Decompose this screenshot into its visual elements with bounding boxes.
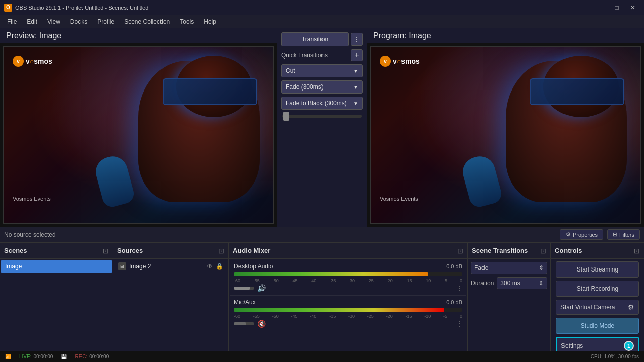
source-item-icon: ⊞ (118, 262, 126, 270)
mic-meter-fill (234, 308, 444, 312)
desktop-audio-header: Desktop Audio 0.0 dB (234, 263, 462, 270)
preview-watermark-left: Vosmos Events (13, 196, 51, 203)
status-network: 📶 (5, 354, 11, 359)
scenes-panel-header: Scenes ⊡ (0, 243, 113, 259)
settings-label: Settings (561, 342, 583, 349)
desktop-volume-knob[interactable] (234, 287, 254, 290)
transition-button[interactable]: Transition (281, 32, 349, 46)
virtual-camera-gear-icon[interactable]: ⚙ (628, 303, 634, 311)
fade-select-label: Fade (474, 264, 488, 272)
transition-kebab-button[interactable]: ⋮ (351, 33, 363, 46)
start-recording-button[interactable]: Start Recording (556, 281, 639, 297)
close-button[interactable]: ✕ (626, 3, 640, 13)
preview-panel-right: Program: Image v v○smos Vosmos Events (367, 28, 644, 227)
mic-aux-header: Mic/Aux 0.0 dB (234, 299, 462, 306)
duration-label: Duration (471, 280, 494, 287)
menu-scene-collection[interactable]: Scene Collection (119, 17, 175, 26)
start-virtual-camera-button[interactable]: Start Virtual Camera ⚙ (556, 300, 639, 315)
desktop-meter-fill (234, 272, 428, 276)
fade-black-dropdown[interactable]: Fade to Black (300ms) ▼ (281, 97, 363, 110)
source-item-image2[interactable]: ⊞ Image 2 👁 🔒 (114, 260, 227, 273)
settings-button[interactable]: Settings 1 (556, 337, 639, 351)
transition-slider-thumb[interactable] (283, 112, 289, 121)
menu-file[interactable]: File (2, 17, 22, 26)
menu-profile[interactable]: Profile (92, 17, 119, 26)
controls-panel-content: Start Streaming Start Recording Start Vi… (551, 259, 644, 351)
gear-icon: ⚙ (566, 231, 571, 238)
menubar: File Edit View Docks Profile Scene Colle… (0, 15, 644, 28)
sources-panel-content: ⊞ Image 2 👁 🔒 (113, 259, 228, 351)
controls-expand-icon[interactable]: ⊡ (634, 247, 640, 255)
desktop-audio-meter (234, 272, 462, 276)
scene-transitions-title: Scene Transitions (472, 247, 528, 254)
mic-mute-icon[interactable]: 🔇 (257, 320, 266, 328)
rec-time: 00:00:00 (89, 354, 109, 359)
scenes-expand-icon[interactable]: ⊡ (103, 247, 109, 255)
sources-panel: Sources ⊡ ⊞ Image 2 👁 🔒 + 🗑 ⚙ ↑ (113, 243, 229, 351)
network-icon: 📶 (5, 354, 11, 359)
audio-panel-content: Desktop Audio 0.0 dB -60-55-50-45-40-35-… (229, 259, 467, 351)
duration-input[interactable]: 300 ms ⇕ (497, 277, 547, 289)
menu-view[interactable]: View (42, 17, 65, 26)
source-eye-icon[interactable]: 👁 (207, 263, 213, 270)
menu-edit[interactable]: Edit (22, 17, 42, 26)
desktop-audio-controls: 🔊 ⋮ (234, 284, 462, 292)
scene-item-image[interactable]: Image (1, 260, 112, 273)
scene-transitions-header: Scene Transitions ⊡ (468, 243, 550, 259)
preview-label-left: Preview: Image (0, 28, 277, 43)
desktop-audio-channel: Desktop Audio 0.0 dB -60-55-50-45-40-35-… (230, 260, 466, 296)
preview-watermark-right: Vosmos Events (380, 196, 418, 203)
cut-dropdown[interactable]: Cut ▼ (281, 64, 363, 77)
mic-volume-knob[interactable] (234, 322, 254, 325)
titlebar: O OBS Studio 29.1.1 - Profile: Untitled … (0, 0, 644, 15)
desktop-audio-more-icon[interactable]: ⋮ (456, 285, 462, 292)
menu-docks[interactable]: Docks (65, 17, 92, 26)
filter-icon: ⊟ (613, 231, 617, 238)
scene-transitions-expand-icon[interactable]: ⊡ (540, 247, 546, 255)
cpu-stats: CPU: 1.0%, 30.00 fps (591, 354, 639, 359)
rec-disk-icon: 💾 (61, 354, 67, 359)
transition-slider-container (281, 113, 363, 120)
minimize-button[interactable]: ─ (594, 3, 608, 13)
desktop-audio-name: Desktop Audio (234, 263, 273, 270)
rec-label: REC: (75, 354, 87, 359)
live-label: LIVE: (19, 354, 31, 359)
studio-mode-button[interactable]: Studio Mode (556, 318, 639, 334)
audio-expand-icon[interactable]: ⊡ (457, 247, 463, 255)
virtual-camera-label: Start Virtual Camera (560, 304, 615, 311)
quick-transitions-label: Quick Transitions (281, 52, 328, 59)
menu-tools[interactable]: Tools (175, 17, 199, 26)
transition-slider-track (282, 115, 362, 118)
notification-badge: 1 (624, 341, 634, 351)
desktop-volume-fill (234, 287, 250, 290)
source-lock-icon[interactable]: 🔒 (216, 263, 223, 270)
add-quick-transition-button[interactable]: + (351, 49, 363, 61)
vr-headset-right (530, 78, 624, 105)
preview-area: Preview: Image v v○smos Vosmos Events Tr… (0, 28, 644, 227)
preview-image-right: v v○smos Vosmos Events (370, 46, 641, 224)
properties-button[interactable]: ⚙ Properties (560, 229, 603, 240)
cut-chevron-icon: ▼ (353, 68, 358, 74)
mic-audio-more-icon[interactable]: ⋮ (456, 320, 462, 327)
source-bar: No source selected ⚙ Properties ⊟ Filter… (0, 227, 644, 243)
panels-row: Scenes ⊡ Image + 🗑 ⊞ ↑ ↓ Sources (0, 243, 644, 351)
sources-expand-icon[interactable]: ⊡ (218, 247, 224, 255)
titlebar-controls: ─ □ ✕ (594, 3, 640, 13)
fade-select-arrows: ⇕ (539, 264, 544, 272)
mic-aux-controls: 🔇 ⋮ (234, 320, 462, 328)
audio-panel: Audio Mixer ⊡ Desktop Audio 0.0 dB (229, 243, 468, 351)
filters-button[interactable]: ⊟ Filters (607, 229, 640, 240)
transition-header: Transition ⋮ (281, 32, 363, 46)
menu-help[interactable]: Help (199, 17, 221, 26)
desktop-speaker-icon[interactable]: 🔊 (257, 284, 266, 292)
desktop-audio-level: 0.0 dB (446, 263, 462, 269)
start-streaming-button[interactable]: Start Streaming (556, 261, 639, 278)
no-source-text: No source selected (4, 231, 556, 238)
mic-aux-channel: Mic/Aux 0.0 dB -60-55-50-45-40-35-30-25-… (230, 296, 466, 331)
audio-panel-title: Audio Mixer (233, 247, 270, 254)
maximize-button[interactable]: □ (610, 3, 624, 13)
desktop-meter-labels: -60-55-50-45-40-35-30-25-20-15-10-50 (234, 278, 462, 283)
fade-dropdown[interactable]: Fade (300ms) ▼ (281, 80, 363, 94)
mic-aux-name: Mic/Aux (234, 299, 256, 306)
fade-select[interactable]: Fade ⇕ (471, 262, 547, 274)
